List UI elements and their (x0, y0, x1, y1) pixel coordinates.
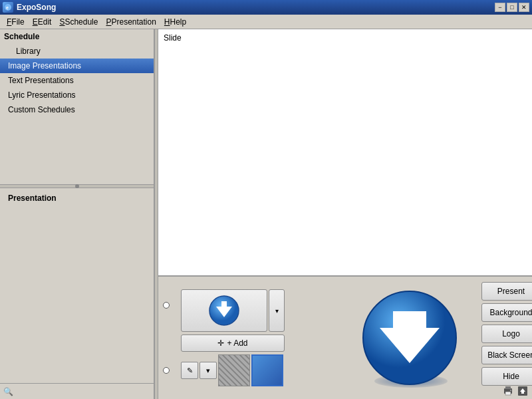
svg-rect-8 (505, 386, 511, 389)
schedule-header: Schedule (0, 29, 154, 44)
large-preview-area (343, 277, 476, 399)
pencil-tool-button[interactable]: ✎ (181, 362, 198, 379)
sidebar: Schedule Library Image Presentations Tex… (0, 29, 154, 399)
sidebar-item-custom-schedules[interactable]: Custom Schedules (0, 102, 154, 117)
slide-panel: Slide (158, 29, 532, 276)
import-button[interactable] (181, 289, 267, 332)
svg-point-10 (510, 390, 511, 391)
logo-button[interactable]: Logo (481, 325, 532, 343)
radio-top[interactable] (163, 302, 170, 309)
bottom-icons (492, 383, 532, 399)
menu-file[interactable]: FFile (3, 16, 29, 28)
sidebar-item-text-presentations[interactable]: Text Presentations (0, 73, 154, 88)
sidebar-item-lyric-presentations[interactable]: Lyric Presentations (0, 88, 154, 102)
dropdown-arrow-icon: ▾ (275, 307, 279, 315)
menu-help[interactable]: HHelp (160, 16, 190, 28)
schedule-section: Schedule Library Image Presentations Tex… (0, 29, 154, 184)
right-action-buttons: Present Background Logo Black Screen Hid… (476, 277, 532, 399)
app-title: ExpoSong (17, 3, 56, 12)
menu-schedule[interactable]: SSchedule (55, 16, 102, 28)
radio-bottom[interactable] (163, 367, 170, 374)
import-btn-row: ▾ (181, 289, 339, 332)
app-icon: e (3, 2, 13, 13)
thumb-row: ✎ ▾ (181, 354, 339, 386)
menu-presentation[interactable]: PPresentation (102, 16, 160, 28)
tool-dropdown-button[interactable]: ▾ (200, 362, 217, 379)
presentation-section: Presentation (0, 188, 154, 228)
bottom-left-controls: ▾ ✛ + Add ✎ ▾ (177, 277, 343, 399)
printer-icon[interactable] (501, 384, 515, 398)
svg-text:e: e (6, 5, 9, 10)
minimize-button[interactable]: − (495, 3, 505, 12)
add-button[interactable]: ✛ + Add (181, 334, 285, 352)
present-button[interactable]: Present (481, 282, 532, 301)
sidebar-item-library[interactable]: Library (0, 44, 154, 59)
main-area: Schedule Library Image Presentations Tex… (0, 29, 532, 399)
close-button[interactable]: ✕ (519, 3, 529, 12)
menu-bar: FFile EEdit SSchedule PPresentation HHel… (0, 15, 532, 29)
add-icon: ✛ (217, 338, 224, 348)
presentation-header: Presentation (4, 191, 150, 205)
thumbnail-2[interactable] (251, 354, 283, 386)
search-icon[interactable]: 🔍 (3, 386, 13, 397)
black-screen-button[interactable]: Black Screen (481, 346, 532, 364)
large-preview-icon (356, 285, 463, 391)
svg-rect-9 (505, 392, 511, 395)
content-area: Slide (158, 29, 532, 399)
sidebar-divider[interactable] (0, 184, 154, 188)
title-left: e ExpoSong (3, 2, 56, 13)
export-icon[interactable] (516, 384, 529, 398)
maximize-button[interactable]: □ (507, 3, 517, 12)
menu-edit[interactable]: EEdit (29, 16, 56, 28)
bottom-panel: ▾ ✛ + Add ✎ ▾ (158, 276, 532, 399)
sidebar-item-image-presentations[interactable]: Image Presentations (0, 59, 154, 73)
title-bar: e ExpoSong − □ ✕ (0, 0, 532, 15)
slide-label: Slide (164, 33, 182, 43)
sidebar-bottom: 🔍 (0, 383, 154, 399)
window-controls: − □ ✕ (495, 3, 529, 12)
import-arrow-icon (208, 295, 240, 327)
background-button[interactable]: Background (481, 303, 532, 322)
divider-handle (75, 184, 79, 188)
import-dropdown-button[interactable]: ▾ (269, 289, 285, 332)
thumbnail-1[interactable] (218, 354, 250, 386)
